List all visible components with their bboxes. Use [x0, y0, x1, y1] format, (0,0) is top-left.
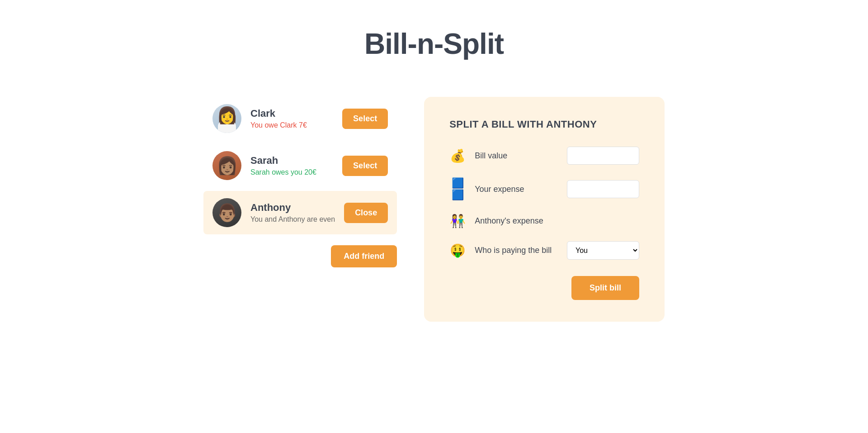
friend-info-clark: Clark You owe Clark 7€	[250, 108, 333, 129]
add-friend-container: Add friend	[203, 245, 397, 267]
friend-name-sarah: Sarah	[250, 155, 333, 167]
split-icon: 🟦🟦	[449, 177, 466, 201]
split-panel-title: SPLIT A BILL WITH ANTHONY	[449, 119, 639, 130]
split-bill-container: Split bill	[449, 272, 639, 300]
close-anthony-button[interactable]: Close	[344, 203, 388, 223]
friend-name-anthony: Anthony	[250, 202, 335, 214]
avatar-sarah: 👩🏽	[212, 151, 241, 180]
couple-icon: 👫	[449, 214, 466, 228]
who-pays-row: 🤑 Who is paying the bill You Anthony	[449, 241, 639, 260]
bill-value-label: Bill value	[475, 151, 558, 161]
avatar-clark: 👩	[212, 104, 241, 133]
bill-value-input[interactable]	[567, 147, 639, 165]
split-panel: SPLIT A BILL WITH ANTHONY 💰 Bill value 🟦…	[424, 97, 665, 322]
money-face-icon: 🤑	[449, 243, 466, 258]
bill-value-row: 💰 Bill value	[449, 147, 639, 165]
friend-balance-anthony: You and Anthony are even	[250, 215, 335, 224]
avatar-anthony-emoji: 👨🏽	[217, 203, 238, 223]
friend-item-anthony: 👨🏽 Anthony You and Anthony are even Clos…	[203, 191, 397, 234]
friend-info-sarah: Sarah Sarah owes you 20€	[250, 155, 333, 176]
your-expense-label: Your expense	[475, 185, 558, 194]
money-bag-icon: 💰	[449, 148, 466, 163]
anthony-expense-value	[567, 217, 639, 226]
select-clark-button[interactable]: Select	[342, 109, 388, 129]
friend-item-clark: 👩 Clark You owe Clark 7€ Select	[203, 97, 397, 140]
avatar-clark-emoji: 👩	[217, 109, 238, 128]
avatar-sarah-emoji: 👩🏽	[217, 156, 238, 176]
split-bill-button[interactable]: Split bill	[571, 276, 639, 300]
app-title: Bill-n-Split	[364, 27, 504, 61]
who-pays-select[interactable]: You Anthony	[567, 241, 639, 260]
who-pays-label: Who is paying the bill	[475, 246, 558, 255]
your-expense-input[interactable]	[567, 180, 639, 198]
friends-list: 👩 Clark You owe Clark 7€ Select 👩🏽 Sarah…	[203, 97, 397, 267]
your-expense-row: 🟦🟦 Your expense	[449, 177, 639, 201]
avatar-anthony: 👨🏽	[212, 198, 241, 227]
add-friend-button[interactable]: Add friend	[331, 245, 397, 267]
anthony-expense-row: 👫 Anthony's expense	[449, 214, 639, 228]
friend-balance-clark: You owe Clark 7€	[250, 121, 333, 129]
select-sarah-button[interactable]: Select	[342, 156, 388, 176]
friend-balance-sarah: Sarah owes you 20€	[250, 168, 333, 176]
friend-item-sarah: 👩🏽 Sarah Sarah owes you 20€ Select	[203, 144, 397, 187]
friend-info-anthony: Anthony You and Anthony are even	[250, 202, 335, 224]
main-content: 👩 Clark You owe Clark 7€ Select 👩🏽 Sarah…	[185, 97, 683, 322]
anthony-expense-label: Anthony's expense	[475, 216, 558, 226]
friend-name-clark: Clark	[250, 108, 333, 119]
